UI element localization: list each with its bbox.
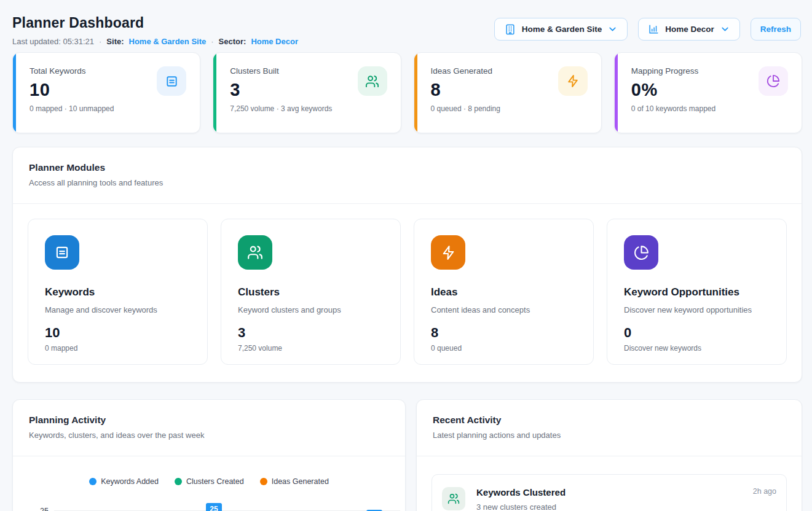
- y-axis-tick: 25: [40, 507, 49, 511]
- module-desc: Discover new keyword opportunities: [624, 305, 771, 314]
- stat-accent-bar: [615, 53, 618, 133]
- refresh-button-label: Refresh: [760, 25, 791, 34]
- stat-card-total-keywords: Total Keywords 10 0 mapped · 10 unmapped: [12, 52, 200, 133]
- module-card-keyword-opportunities[interactable]: Keyword Opportunities Discover new keywo…: [607, 219, 787, 365]
- stat-sub: 0 of 10 keywords mapped: [631, 104, 787, 113]
- stat-sub: 0 queued · 8 pending: [431, 104, 586, 113]
- recent-activity-header: Recent Activity Latest planning actions …: [417, 400, 802, 456]
- legend-dot: [89, 478, 97, 485]
- planner-modules-grid: Keywords Manage and discover keywords 10…: [13, 204, 802, 382]
- area-chart: 25 25 2: [13, 493, 406, 511]
- sector-dropdown-label: Home Decor: [665, 25, 714, 34]
- header-meta: Last updated: 05:31:21 · Site: Home & Ga…: [12, 37, 298, 46]
- activity-item-time: 2h ago: [753, 487, 776, 496]
- legend-item-keywords-added[interactable]: Keywords Added: [89, 477, 159, 486]
- page-title: Planner Dashboard: [12, 10, 298, 31]
- stat-accent-bar: [213, 53, 216, 133]
- zap-icon: [558, 66, 588, 96]
- stats-row: Total Keywords 10 0 mapped · 10 unmapped…: [12, 52, 802, 133]
- header-controls: Home & Garden Site Home Decor Refresh: [494, 18, 801, 41]
- legend-item-clusters-created[interactable]: Clusters Created: [175, 477, 244, 486]
- module-title: Keywords: [45, 286, 192, 298]
- bar-chart-icon: [648, 23, 660, 35]
- legend-item-ideas-generated[interactable]: Ideas Generated: [260, 477, 329, 486]
- site-dropdown[interactable]: Home & Garden Site: [494, 18, 628, 41]
- header-left: Planner Dashboard Last updated: 05:31:21…: [12, 10, 298, 46]
- module-card-clusters[interactable]: Clusters Keyword clusters and groups 3 7…: [221, 219, 401, 365]
- planning-activity-chart: 25 25 2: [13, 493, 405, 511]
- planner-modules-header: Planner Modules Access all planning tool…: [13, 147, 802, 204]
- meta-separator: ·: [211, 37, 213, 46]
- chevron-down-icon: [607, 24, 618, 34]
- note-icon: [157, 66, 186, 96]
- sector-dropdown[interactable]: Home Decor: [638, 18, 740, 41]
- chart-legend: Keywords Added Clusters Created Ideas Ge…: [13, 477, 405, 486]
- planner-modules-title: Planner Modules: [29, 162, 787, 173]
- module-sub: 0 mapped: [45, 344, 192, 353]
- building-icon: [504, 23, 516, 36]
- module-card-ideas[interactable]: Ideas Content ideas and concepts 8 0 que…: [414, 219, 594, 365]
- sector-label: Sector:: [219, 37, 246, 46]
- legend-dot: [260, 478, 267, 485]
- data-label-25: 25: [206, 503, 222, 511]
- module-sub: Discover new keywords: [624, 344, 771, 353]
- activity-item-title: Keywords Clustered: [476, 487, 566, 497]
- stat-accent-bar: [13, 53, 16, 133]
- recent-activity-list: Keywords Clustered 2h ago 3 new clusters…: [417, 456, 802, 511]
- planning-activity-title: Planning Activity: [29, 415, 390, 426]
- zap-icon: [431, 235, 465, 270]
- recent-activity-subtitle: Latest planning actions and updates: [433, 431, 787, 440]
- module-title: Ideas: [431, 286, 578, 298]
- stat-card-mapping-progress: Mapping Progress 0% 0 of 10 keywords map…: [614, 52, 802, 133]
- meta-separator: ·: [99, 37, 101, 46]
- legend-label: Clusters Created: [186, 477, 244, 486]
- activity-item-desc: 3 new clusters created: [476, 502, 776, 511]
- legend-label: Keywords Added: [101, 477, 159, 486]
- module-desc: Content ideas and concepts: [431, 305, 578, 314]
- pie-chart-icon: [759, 66, 788, 96]
- planner-modules-subtitle: Access all planning tools and features: [29, 178, 787, 187]
- module-value: 8: [431, 325, 578, 341]
- stat-sub: 7,250 volume · 3 avg keywords: [230, 104, 385, 113]
- module-sub: 0 queued: [431, 344, 578, 353]
- module-value: 10: [45, 325, 192, 341]
- planning-activity-subtitle: Keywords, clusters, and ideas over the p…: [29, 431, 390, 440]
- module-desc: Keyword clusters and groups: [238, 305, 385, 314]
- stat-accent-bar: [414, 53, 417, 133]
- note-icon: [45, 235, 79, 270]
- last-updated-text: Last updated: 05:31:21: [12, 37, 94, 46]
- module-card-keywords[interactable]: Keywords Manage and discover keywords 10…: [28, 219, 208, 365]
- module-desc: Manage and discover keywords: [45, 305, 192, 314]
- stat-card-ideas-generated: Ideas Generated 8 0 queued · 8 pending: [414, 52, 602, 133]
- stat-card-clusters-built: Clusters Built 3 7,250 volume · 3 avg ke…: [213, 52, 401, 133]
- legend-label: Ideas Generated: [272, 477, 329, 486]
- site-dropdown-label: Home & Garden Site: [522, 25, 602, 34]
- planner-modules-panel: Planner Modules Access all planning tool…: [12, 147, 802, 383]
- module-value: 0: [624, 325, 771, 341]
- module-title: Keyword Opportunities: [624, 286, 771, 298]
- svg-text:25: 25: [210, 505, 218, 511]
- site-label: Site:: [106, 37, 124, 46]
- site-link[interactable]: Home & Garden Site: [129, 37, 207, 46]
- refresh-button[interactable]: Refresh: [751, 18, 801, 41]
- chevron-down-icon: [720, 24, 730, 34]
- module-value: 3: [238, 325, 385, 341]
- page-header: Planner Dashboard Last updated: 05:31:21…: [12, 10, 802, 46]
- pie-chart-icon: [624, 235, 658, 270]
- users-icon: [442, 487, 465, 510]
- planning-activity-panel: Planning Activity Keywords, clusters, an…: [12, 399, 406, 511]
- recent-activity-title: Recent Activity: [433, 415, 787, 426]
- stat-sub: 0 mapped · 10 unmapped: [30, 104, 185, 113]
- activity-item-keywords-clustered: Keywords Clustered 2h ago 3 new clusters…: [432, 474, 787, 511]
- users-icon: [238, 235, 272, 270]
- recent-activity-panel: Recent Activity Latest planning actions …: [416, 399, 802, 511]
- sector-link[interactable]: Home Decor: [251, 37, 298, 46]
- planning-activity-header: Planning Activity Keywords, clusters, an…: [13, 400, 405, 456]
- module-sub: 7,250 volume: [238, 344, 385, 353]
- activity-item-content: Keywords Clustered 2h ago 3 new clusters…: [476, 487, 776, 511]
- bottom-row: Planning Activity Keywords, clusters, an…: [12, 399, 802, 511]
- module-title: Clusters: [238, 286, 385, 298]
- planner-dashboard-page: Planner Dashboard Last updated: 05:31:21…: [0, 0, 812, 511]
- users-icon: [358, 66, 387, 96]
- legend-dot: [175, 478, 182, 485]
